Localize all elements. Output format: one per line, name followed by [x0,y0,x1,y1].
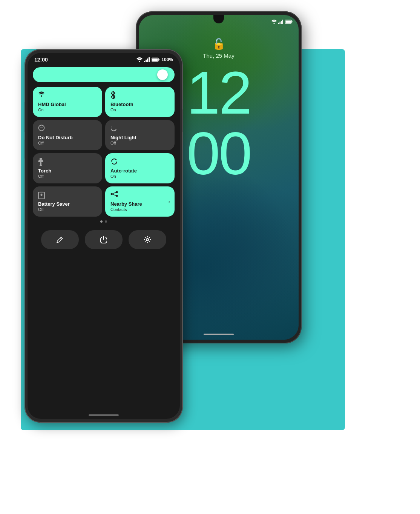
status-icons: 100% [136,57,173,62]
dnd-tile-icon [38,125,45,133]
lock-icon: 🔓 [212,38,225,50]
svg-rect-14 [159,59,160,60]
lock-hour: 12 [187,63,251,123]
lock-minute: 00 [187,123,251,183]
signal-status-icon [144,57,150,62]
night-light-tile[interactable]: Night Light Off [105,120,175,150]
battery-saver-tile[interactable]: Battery Saver Off [33,186,102,217]
brightness-thumb[interactable] [157,69,168,80]
power-button-back [301,72,302,94]
svg-point-33 [116,195,118,197]
svg-rect-12 [149,57,150,62]
svg-rect-4 [282,20,284,24]
qs-screen: 12:00 [28,53,180,419]
phone-front: 12:00 [25,49,183,423]
power-button-front [25,140,25,159]
battery-saver-tile-sublabel: Off [38,207,97,212]
torch-tile-sublabel: Off [38,174,97,179]
svg-line-36 [60,238,61,239]
signal-icon [278,20,284,24]
torch-tile[interactable]: Torch Off [33,153,102,183]
svg-rect-11 [147,58,148,62]
nearby-share-tile-label: Nearby Share [110,201,169,207]
battery-front-icon [152,57,160,62]
night-light-tile-label: Night Light [110,135,169,141]
svg-rect-1 [278,23,279,24]
svg-rect-24 [40,158,42,160]
volume-button [25,102,25,132]
brightness-slider[interactable] [33,67,175,82]
night-light-tile-icon [110,125,116,133]
battery-saver-tile-icon [38,191,45,201]
autorotate-tile-icon [110,158,118,167]
power-button[interactable] [85,230,123,249]
svg-point-32 [116,191,118,193]
dot-2 [105,220,107,223]
lockscreen-status-bar [271,20,293,24]
bluetooth-tile-icon [110,91,116,100]
wifi-tile-label: HMD Global [38,102,97,108]
lock-date: Thu, 25 May [203,52,234,59]
lock-time: 12 00 [187,63,251,183]
battery-saver-tile-label: Battery Saver [38,201,97,207]
svg-point-8 [139,61,140,62]
qs-panel: HMD Global On [28,64,180,259]
svg-rect-10 [146,60,147,62]
camera-punch [101,58,106,63]
pagination-dots [33,220,175,223]
svg-line-34 [113,192,116,194]
svg-rect-15 [152,58,158,61]
nearby-share-chevron: › [168,199,170,205]
home-indicator-back [204,334,234,335]
phone-front-shell: 12:00 [25,49,183,423]
battery-percent: 100% [161,57,173,62]
autorotate-tile[interactable]: Auto-rotate On [105,153,175,183]
bluetooth-tile[interactable]: Bluetooth On [105,87,175,117]
svg-point-38 [146,239,149,241]
nearby-share-tile-icon [110,191,118,199]
status-time: 12:00 [34,57,48,63]
svg-rect-25 [40,162,41,165]
qs-grid: HMD Global On [33,87,175,217]
home-indicator-front [89,414,119,416]
wifi-tile-sublabel: On [38,108,97,112]
autorotate-tile-label: Auto-rotate [110,168,169,174]
torch-tile-icon [38,158,43,168]
svg-line-35 [113,194,116,195]
svg-rect-3 [281,21,282,24]
battery-status-icon [285,20,293,24]
wifi-tile[interactable]: HMD Global On [33,87,102,117]
dnd-tile[interactable]: Do Not Disturb Off [33,120,102,150]
wifi-status-icon [136,57,143,62]
nearby-share-tile-sublabel: Contacts [110,207,169,212]
dot-1 [100,220,103,223]
bluetooth-tile-sublabel: On [110,108,169,112]
svg-point-16 [41,95,42,97]
svg-rect-6 [292,21,293,23]
dnd-tile-label: Do Not Disturb [38,135,97,141]
torch-tile-label: Torch [38,168,97,174]
bottom-bar [33,226,175,254]
wifi-icon [271,20,277,24]
svg-point-31 [111,193,113,195]
right-button [182,109,183,132]
svg-rect-7 [286,21,291,23]
dnd-tile-sublabel: Off [38,141,97,146]
autorotate-tile-sublabel: On [110,174,169,179]
wifi-tile-icon [38,91,45,98]
bluetooth-tile-label: Bluetooth [110,102,169,108]
settings-button[interactable] [129,230,166,249]
svg-rect-9 [144,61,145,62]
svg-rect-2 [280,22,281,24]
svg-point-0 [274,23,275,24]
nearby-share-tile[interactable]: Nearby Share Contacts › [105,186,175,217]
svg-rect-26 [40,165,42,166]
night-light-tile-sublabel: Off [110,141,169,146]
edit-button[interactable] [41,230,79,249]
